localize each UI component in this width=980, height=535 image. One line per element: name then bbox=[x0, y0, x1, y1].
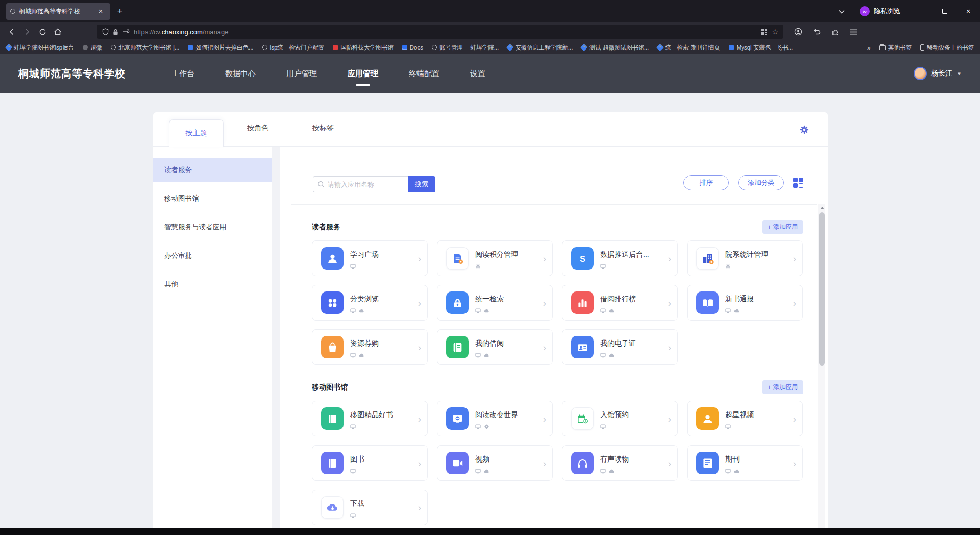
app-card[interactable]: 阅读改变世界› bbox=[437, 401, 553, 436]
search-box[interactable] bbox=[313, 176, 408, 192]
shield-icon[interactable] bbox=[102, 28, 109, 35]
app-card[interactable]: 我的电子证› bbox=[562, 329, 678, 365]
app-title: 阅读积分管理 bbox=[475, 250, 518, 259]
bookmark-item[interactable]: 如何把图片去掉白色... bbox=[188, 44, 253, 52]
app-card[interactable]: 入馆预约› bbox=[562, 401, 678, 436]
list-all-tabs-icon[interactable] bbox=[833, 7, 850, 16]
bookmark-item[interactable]: Docs bbox=[402, 44, 423, 51]
add-app-button[interactable]: +添加应用 bbox=[762, 380, 803, 394]
bookmark-item[interactable]: Mysql 安装包 - 飞书... bbox=[729, 44, 793, 52]
app-card[interactable]: 借阅排行榜› bbox=[562, 285, 678, 321]
view-tab-按标签[interactable]: 按标签 bbox=[312, 124, 334, 133]
nav-item-数据中心[interactable]: 数据中心 bbox=[224, 55, 257, 92]
sidebar-item-读者服务[interactable]: 读者服务 bbox=[153, 158, 272, 182]
bookmark-label: 测试-超微测试图书馆... bbox=[589, 44, 649, 52]
menu-icon[interactable] bbox=[846, 25, 861, 39]
bookmark-item[interactable]: 安徽信息工程学院新... bbox=[507, 44, 573, 52]
settings-gear-icon[interactable] bbox=[799, 125, 810, 135]
bookmark-item[interactable]: 蚌埠学院图书馆lsp后台 bbox=[6, 44, 74, 52]
reload-icon[interactable] bbox=[35, 25, 50, 39]
window-close-button[interactable]: × bbox=[957, 0, 980, 22]
app-card[interactable]: 分类浏览› bbox=[312, 285, 428, 321]
sidebar-item-移动图书馆[interactable]: 移动图书馆 bbox=[153, 186, 272, 210]
forward-icon[interactable] bbox=[19, 25, 35, 39]
bookmark-item[interactable]: lsp统一检索门户配置 bbox=[262, 44, 325, 52]
app-card[interactable]: 资源荐购› bbox=[312, 329, 428, 365]
search-icon bbox=[317, 181, 325, 188]
graduate-icon bbox=[321, 247, 344, 270]
home-icon[interactable] bbox=[50, 25, 65, 39]
scroll-up-icon[interactable] bbox=[818, 204, 826, 211]
layout-grid-icon[interactable] bbox=[793, 178, 803, 188]
add-app-button[interactable]: +添加应用 bbox=[762, 220, 803, 234]
qr-code-icon[interactable] bbox=[761, 28, 768, 35]
app-card[interactable]: 下载› bbox=[312, 490, 428, 525]
cloud-badge-icon bbox=[734, 467, 740, 472]
cloud-badge-icon bbox=[609, 351, 615, 356]
bookmark-item[interactable]: 国防科技大学图书馆 bbox=[333, 44, 394, 52]
permissions-icon[interactable] bbox=[122, 29, 130, 35]
url-bar[interactable]: https://cv.chaoxing.com/manage ☆ bbox=[97, 25, 783, 39]
app-card[interactable]: 阅读积分管理› bbox=[437, 240, 553, 276]
app-card[interactable]: 有声读物› bbox=[562, 445, 678, 481]
window-maximize-button[interactable] bbox=[933, 0, 957, 22]
app-card[interactable]: 新书通报› bbox=[687, 285, 803, 321]
app-card[interactable]: 图书› bbox=[312, 445, 428, 481]
view-tab-按角色[interactable]: 按角色 bbox=[247, 124, 268, 133]
search-input[interactable] bbox=[328, 181, 394, 188]
app-card[interactable]: 超星视频› bbox=[687, 401, 803, 436]
app-card[interactable]: 视频› bbox=[437, 445, 553, 481]
scrollbar-thumb[interactable] bbox=[819, 212, 825, 366]
app-card[interactable]: 我的借阅› bbox=[437, 329, 553, 365]
app-card[interactable]: 统一检索› bbox=[437, 285, 553, 321]
view-tab-按主题[interactable]: 按主题 bbox=[169, 119, 224, 147]
window-minimize-button[interactable]: — bbox=[910, 0, 933, 22]
nav-item-用户管理[interactable]: 用户管理 bbox=[285, 55, 318, 92]
add-category-button[interactable]: 添加分类 bbox=[738, 175, 784, 190]
search-button[interactable]: 搜索 bbox=[408, 176, 435, 192]
nav-item-应用管理[interactable]: 应用管理 bbox=[347, 55, 379, 92]
bookmark-item[interactable]: 统一检索-期刊详情页 bbox=[657, 44, 720, 52]
bookmark-item[interactable]: 北京师范大学图书馆 |... bbox=[111, 44, 179, 52]
app-card[interactable]: 院系统计管理› bbox=[687, 240, 803, 276]
cloud-badge-icon bbox=[609, 306, 615, 311]
account-icon[interactable] bbox=[791, 25, 806, 39]
site-favicon-icon bbox=[10, 9, 15, 14]
mobile-bookmarks-label: 移动设备上的书签 bbox=[927, 44, 974, 52]
bookmarks-overflow-icon[interactable]: » bbox=[867, 44, 871, 52]
platform-badges bbox=[725, 467, 740, 472]
extensions-icon[interactable] bbox=[827, 25, 843, 39]
browser-tab[interactable]: 桐城师范高等专科学校 × bbox=[6, 3, 110, 20]
app-card[interactable]: 学习广场› bbox=[312, 240, 428, 276]
browser-toolbar: https://cv.chaoxing.com/manage ☆ bbox=[0, 22, 980, 41]
mobile-bookmarks-button[interactable]: 移动设备上的书签 bbox=[920, 44, 974, 52]
cloud-badge-icon bbox=[609, 467, 615, 472]
bookmark-star-icon[interactable]: ☆ bbox=[772, 28, 778, 36]
nav-item-终端配置[interactable]: 终端配置 bbox=[408, 55, 440, 92]
bookmark-item[interactable]: 超微 bbox=[83, 44, 102, 52]
app-card[interactable]: 期刊› bbox=[687, 445, 803, 481]
nav-item-设置[interactable]: 设置 bbox=[469, 55, 486, 92]
other-bookmarks-button[interactable]: 其他书签 bbox=[879, 44, 912, 52]
bookmark-item[interactable]: 账号管理--- 蚌埠学院... bbox=[432, 44, 499, 52]
bookmark-label: 国防科技大学图书馆 bbox=[340, 44, 394, 52]
sidebar-item-办公审批[interactable]: 办公审批 bbox=[153, 244, 272, 268]
back-icon[interactable] bbox=[4, 25, 19, 39]
app-card[interactable]: 移图精品好书› bbox=[312, 401, 428, 436]
lock-icon[interactable] bbox=[113, 29, 118, 35]
app-title: 统一检索 bbox=[475, 295, 504, 304]
new-tab-button[interactable]: + bbox=[114, 6, 126, 17]
tab-close-icon[interactable]: × bbox=[95, 6, 106, 17]
history-icon[interactable] bbox=[809, 25, 824, 39]
nav-item-工作台[interactable]: 工作台 bbox=[170, 55, 195, 92]
app-title: 借阅排行榜 bbox=[600, 295, 636, 304]
plus-icon: + bbox=[768, 384, 771, 391]
sidebar-item-其他[interactable]: 其他 bbox=[153, 272, 272, 296]
sidebar-item-智慧服务与读者应用[interactable]: 智慧服务与读者应用 bbox=[153, 215, 272, 239]
app-card[interactable]: S数据推送后台...› bbox=[562, 240, 678, 276]
user-menu[interactable]: 杨长江 ▼ bbox=[914, 67, 962, 80]
vertical-scrollbar[interactable] bbox=[818, 204, 825, 535]
platform-badges bbox=[350, 351, 379, 356]
bookmark-item[interactable]: 测试-超微测试图书馆... bbox=[581, 44, 649, 52]
sort-button[interactable]: 排序 bbox=[683, 175, 729, 190]
